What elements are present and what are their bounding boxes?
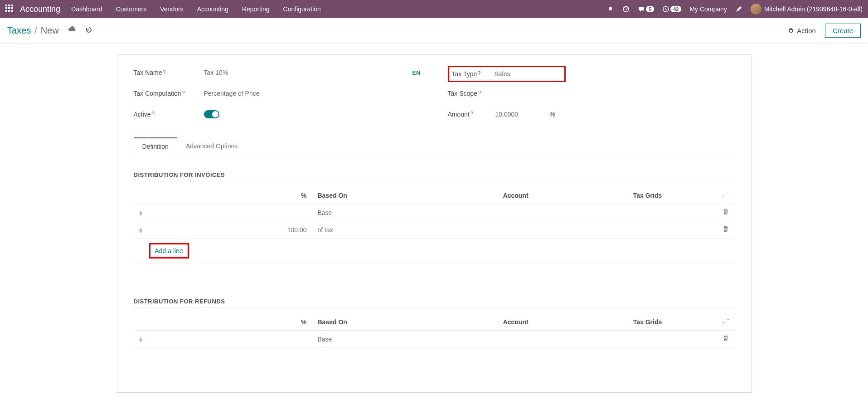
col-account[interactable]: Account [453,187,579,204]
table-row[interactable]: ▴▾ 100.00 of tax [134,221,735,239]
cell-based-on[interactable]: Base [312,331,453,348]
drag-handle-icon[interactable]: ▴▾ [139,210,144,215]
col-percent[interactable]: % [149,187,312,204]
tab-advanced[interactable]: Advanced Options [177,137,246,155]
col-account[interactable]: Account [453,313,579,331]
control-panel-right: Action Create [788,24,861,38]
help-icon[interactable]: ? [470,111,473,116]
add-line-button[interactable]: Add a line [155,247,183,254]
user-menu[interactable]: Mitchell Admin (21909648-16-0-all) [751,4,863,15]
cloud-unsaved-icon[interactable] [68,25,76,36]
col-percent[interactable]: % [149,313,312,331]
amount-field[interactable]: 10.0000 [495,111,550,118]
lang-button[interactable]: EN [412,69,420,76]
tax-computation-field[interactable]: Percentage of Price [204,90,421,97]
tax-computation-label: Tax Computation? [134,90,204,97]
cell-percent[interactable]: 100.00 [149,221,312,239]
tabs: Definition Advanced Options [134,137,735,155]
delete-row-icon[interactable] [723,226,729,234]
nav-customers[interactable]: Customers [116,5,147,13]
breadcrumb-separator: / [34,25,37,36]
columns-settings-icon[interactable] [723,192,729,199]
create-button[interactable]: Create [825,24,861,38]
tax-name-field[interactable]: Tax 10% [204,69,412,76]
col-based-on[interactable]: Based On [312,187,453,204]
tab-definition[interactable]: Definition [134,137,177,155]
apps-icon[interactable] [5,5,15,14]
discard-icon[interactable] [85,25,92,36]
breadcrumb-current: New [41,25,59,36]
tax-type-field[interactable]: Sales [494,70,561,78]
nav-configuration[interactable]: Configuration [283,5,321,13]
company-switcher[interactable]: My Company [689,5,727,13]
nav-right: 5 42 My Company Mitchell Admin (21909648… [607,4,863,15]
brand-title[interactable]: Accounting [20,5,60,14]
nav-reporting[interactable]: Reporting [242,5,270,13]
svg-point-0 [623,6,629,12]
nav-menu: Dashboard Customers Vendors Accounting R… [71,5,321,13]
breadcrumb-root[interactable]: Taxes [7,25,31,36]
col-tax-grids[interactable]: Tax Grids [579,187,717,204]
add-line-row: Add a line [134,239,735,263]
messages-icon[interactable]: 5 [638,5,654,13]
table-row[interactable]: ▴▾ Base [134,331,735,348]
refunds-section-title: DISTRIBUTION FOR REFUNDS [134,298,735,308]
main-navbar: Accounting Dashboard Customers Vendors A… [0,0,868,18]
tools-icon[interactable] [735,5,742,13]
help-icon[interactable]: ? [152,111,155,116]
invoices-section-title: DISTRIBUTION FOR INVOICES [134,171,735,181]
activities-icon[interactable]: 42 [662,5,681,13]
delete-row-icon[interactable] [723,336,729,343]
tax-type-label: Tax Type? [452,70,481,78]
cell-percent[interactable] [149,331,312,348]
drag-handle-icon[interactable]: ▴▾ [139,337,144,342]
breadcrumb: Taxes / New [7,25,92,36]
avatar [751,4,761,15]
help-icon[interactable]: ? [478,70,480,76]
gear-icon [788,28,794,34]
cell-based-on[interactable]: of tax [312,221,453,239]
active-toggle[interactable] [204,110,219,118]
nav-vendors[interactable]: Vendors [160,5,183,13]
amount-unit: % [550,111,555,118]
control-panel: Taxes / New Action Create [0,18,868,44]
bug-icon[interactable] [607,5,614,13]
refunds-table: % Based On Account Tax Grids ▴▾ Base [134,313,735,348]
tax-name-label: Tax Name? [134,69,204,76]
invoices-table: % Based On Account Tax Grids ▴▾ Base [134,187,735,263]
activities-badge: 42 [670,6,681,12]
delete-row-icon[interactable] [723,209,729,216]
drag-handle-icon[interactable]: ▴▾ [139,227,144,233]
messages-badge: 5 [646,6,654,12]
columns-settings-icon[interactable] [723,318,729,326]
action-button[interactable]: Action [788,27,816,34]
form-scroll-area[interactable]: Tax Name? Tax 10% EN Tax Computation? Pe… [0,44,868,404]
col-tax-grids[interactable]: Tax Grids [579,313,717,331]
table-row[interactable]: ▴▾ Base [134,204,735,221]
tax-type-highlight: Tax Type? Sales [448,66,566,82]
cell-based-on[interactable]: Base [312,204,453,221]
active-label: Active? [134,111,204,118]
cell-percent[interactable] [149,204,312,221]
nav-dashboard[interactable]: Dashboard [71,5,102,13]
help-icon[interactable]: ? [182,90,185,95]
help-icon[interactable]: ? [478,90,481,95]
add-line-highlight: Add a line [149,243,189,259]
user-name: Mitchell Admin (21909648-16-0-all) [764,5,863,13]
amount-label: Amount? [448,111,495,118]
tax-scope-label: Tax Scope? [448,90,495,97]
help-icon[interactable]: ? [163,69,166,74]
nav-accounting[interactable]: Accounting [197,5,228,13]
form-sheet: Tax Name? Tax 10% EN Tax Computation? Pe… [117,54,752,393]
support-icon[interactable] [622,5,630,13]
col-based-on[interactable]: Based On [312,313,453,331]
